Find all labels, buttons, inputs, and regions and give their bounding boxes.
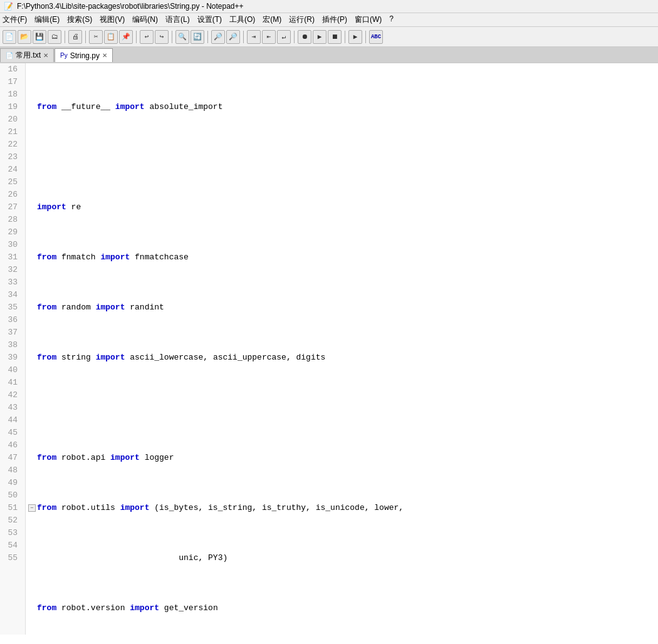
app-icon: 📝 (4, 2, 13, 11)
ln-25: 25 (4, 176, 21, 189)
ln-19: 19 (4, 101, 21, 113)
code-line-22 (28, 402, 655, 414)
tb-abc[interactable]: ABC (369, 30, 383, 44)
ln-32: 32 (4, 264, 21, 276)
ln-29: 29 (4, 226, 21, 239)
sep5 (207, 31, 208, 43)
menu-search[interactable]: 搜索(S) (67, 14, 92, 25)
menu-help[interactable]: ? (389, 14, 394, 25)
tb-wrap[interactable]: ↵ (277, 30, 291, 44)
ln-16: 16 (4, 63, 21, 76)
tab-icon-changyon: 📄 (6, 52, 13, 59)
tb-redo[interactable]: ↪ (155, 30, 169, 44)
ln-49: 49 (4, 477, 21, 489)
code-21-a: string (56, 351, 95, 364)
tb-copy[interactable]: 📋 (104, 30, 118, 44)
menu-run[interactable]: 运行(R) (289, 14, 315, 25)
menu-encode[interactable]: 编码(N) (132, 14, 158, 25)
menu-plugins[interactable]: 插件(P) (322, 14, 347, 25)
tb-zoom-in[interactable]: 🔎 (211, 30, 225, 44)
tab-changyon[interactable]: 📄 常用.txt ✕ (0, 48, 54, 62)
sep3 (136, 31, 137, 43)
code-24-a: robot.utils (56, 502, 120, 514)
menu-settings[interactable]: 设置(T) (197, 14, 222, 25)
menu-edit[interactable]: 编辑(E) (34, 14, 60, 25)
menu-tools[interactable]: 工具(O) (229, 14, 255, 25)
ln-17: 17 (4, 76, 21, 88)
kw-import-26: import (130, 602, 159, 615)
code-line-24: − from robot.utils import (is_bytes, is_… (28, 502, 655, 514)
tb-new[interactable]: 📄 (3, 30, 16, 44)
ln-45: 45 (4, 427, 21, 439)
tb-print[interactable]: 🖨 (68, 30, 82, 44)
ln-42: 42 (4, 389, 21, 402)
code-23-b: logger (140, 452, 174, 464)
tb-open[interactable]: 📂 (18, 30, 31, 44)
ln-47: 47 (4, 452, 21, 464)
menu-language[interactable]: 语言(L) (165, 14, 190, 25)
ln-53: 53 (4, 527, 21, 539)
tab-close-changyon[interactable]: ✕ (43, 52, 48, 59)
tb-save[interactable]: 💾 (33, 30, 46, 44)
title-bar: 📝 F:\Python3.4\Lib\site-packages\robot\l… (0, 0, 658, 13)
kw-from-16: from (37, 101, 56, 113)
tb-zoom-out[interactable]: 🔎 (226, 30, 240, 44)
sep7 (294, 31, 295, 43)
tab-string-py[interactable]: Py String.py ✕ (55, 48, 113, 62)
code-20-a: random (56, 301, 95, 314)
ln-24: 24 (4, 164, 21, 176)
tb-saveall[interactable]: 🗂 (48, 30, 61, 44)
kw-import-18: import (37, 201, 66, 214)
code-content[interactable]: from __future__ import absolute_import i… (26, 63, 658, 635)
tb-macro-play[interactable]: ▶ (313, 30, 326, 44)
ln-35: 35 (4, 301, 21, 314)
tb-find[interactable]: 🔍 (175, 30, 189, 44)
tb-run[interactable]: ▶ (348, 30, 362, 44)
code-area: 16 17 18 19 20 21 22 23 24 25 26 27 28 2… (0, 63, 658, 635)
code-21-b: ascii_lowercase, ascii_uppercase, digits (125, 351, 325, 364)
code-24-b: (is_bytes, is_string, is_truthy, is_unic… (149, 502, 404, 514)
tb-outdent[interactable]: ⇤ (262, 30, 276, 44)
tb-undo[interactable]: ↩ (140, 30, 154, 44)
code-16-normal: __future__ (56, 101, 115, 113)
ln-44: 44 (4, 414, 21, 427)
kw-from-19: from (37, 251, 56, 264)
ln-55: 55 (4, 552, 21, 564)
fold-btn-24[interactable]: − (28, 504, 36, 512)
menu-macro[interactable]: 宏(M) (263, 14, 281, 25)
ln-34: 34 (4, 289, 21, 301)
tb-macro-rec[interactable]: ⏺ (298, 30, 311, 44)
kw-import-19: import (100, 251, 130, 264)
kw-import-16: import (115, 101, 145, 113)
tab-bar: 📄 常用.txt ✕ Py String.py ✕ (0, 47, 658, 63)
tb-indent[interactable]: ⇥ (247, 30, 261, 44)
sep4 (172, 31, 172, 43)
tb-replace[interactable]: 🔄 (191, 30, 204, 44)
tb-paste[interactable]: 📌 (119, 30, 133, 44)
sep9 (365, 31, 366, 43)
menu-window[interactable]: 窗口(W) (355, 14, 382, 25)
kw-from-20: from (37, 301, 56, 314)
toolbar: 📄 📂 💾 🗂 🖨 ✂ 📋 📌 ↩ ↪ 🔍 🔄 🔎 🔎 ⇥ ⇤ ↵ ⏺ ▶ ⏹ … (0, 27, 658, 47)
ln-50: 50 (4, 489, 21, 502)
ln-22: 22 (4, 138, 21, 151)
code-line-17 (28, 151, 655, 164)
kw-from-26: from (37, 602, 56, 615)
menu-view[interactable]: 视图(V) (100, 14, 125, 25)
ln-52: 52 (4, 514, 21, 527)
ln-51: 51 (4, 502, 21, 514)
ln-40: 40 (4, 364, 21, 377)
kw-from-21: from (37, 351, 56, 364)
sep1 (65, 31, 65, 43)
ln-43: 43 (4, 402, 21, 414)
code-26-b: get_version (159, 602, 218, 615)
tb-cut[interactable]: ✂ (89, 30, 103, 44)
kw-from-24: from (37, 502, 56, 514)
ln-21: 21 (4, 126, 21, 138)
ln-46: 46 (4, 439, 21, 452)
tab-close-string[interactable]: ✕ (102, 52, 107, 59)
ln-27: 27 (4, 201, 21, 214)
kw-import-21: import (96, 351, 125, 364)
tb-macro-stop[interactable]: ⏹ (328, 30, 342, 44)
menu-file[interactable]: 文件(F) (3, 14, 27, 25)
